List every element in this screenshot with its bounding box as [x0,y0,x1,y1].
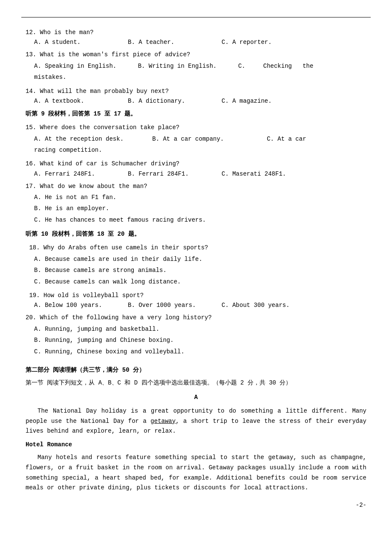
checking-word: Checking [263,63,292,69]
q14-text: 14. What will the man probably buy next? [26,87,366,96]
q20-option-a: A. Running, jumping and basketball. [34,324,366,334]
question-15: 15. Where does the conversation take pla… [26,123,366,155]
passage-a-label: A [26,392,366,403]
q15-option-c-cont: racing competition. [34,145,366,155]
q19-option-c: C. About 300 years. [222,302,366,309]
q16-options: A. Ferrari 248F1. B. Ferrari 284F1. C. M… [34,171,366,177]
q13-option-c-cont: mistakes. [34,72,366,82]
q15-option-a: A. At the reception desk. [34,136,124,142]
question-20: 20. Which of the following have a very l… [26,313,366,356]
question-16: 16. What kind of car is Schumacher drivi… [26,159,366,177]
q14-option-b: B. A dictionary. [128,98,222,104]
question-12: 12. Who is the man? A. A student. B. A t… [26,28,366,46]
q15-text: 15. Where does the conversation take pla… [26,123,366,132]
q12-options: A. A student. B. A teacher. C. A reporte… [34,39,366,46]
q18-option-b: B. Because camels are strong animals. [34,266,366,275]
q15-option-c-start: C. At a car [267,136,306,142]
q16-option-a: A. Ferrari 248F1. [34,171,128,177]
q12-option-b: B. A teacher. [128,39,222,46]
q17-text: 17. What do we know about the man? [26,182,366,191]
q16-option-b: B. Ferrari 284F1. [128,171,222,177]
q12-number: 12. [26,29,40,36]
question-13: 13. What is the woman's first piece of a… [26,50,366,82]
q12-option-a: A. A student. [34,39,128,46]
question-19: 19. How old is volleyball sport? A. Belo… [26,291,366,309]
q16-option-c: C. Maserati 248F1. [222,171,366,177]
q20-option-c: C. Running, Chinese boxing and volleybal… [34,347,366,356]
page-number: -2- [26,502,366,509]
q13-option-a: A. Speaking in English. [34,63,116,69]
q18-option-c: C. Because camels can walk long distance… [34,277,366,286]
part2-sub: 第一节 阅读下列短文，从 A、B、C 和 D 四个选项中选出最佳选项。（每小题 … [26,378,366,387]
q18-text: 18. Why do Arabs often use camels in the… [26,243,366,252]
q12-option-c: C. A reporter. [222,39,366,46]
q13-options: A. Speaking in English. B. Writing in En… [26,61,366,71]
question-14: 14. What will the man probably buy next?… [26,87,366,104]
q14-options: A. A textbook. B. A dictionary. C. A mag… [34,98,366,104]
q13-option-c-label: C. Checking the [238,63,313,69]
section9-header: 听第 9 段材料，回答第 15 至 17 题。 [26,109,366,119]
question-18: 18. Why do Arabs often use camels in the… [26,243,366,286]
q19-text: 19. How old is volleyball sport? [26,291,366,300]
q13-option-b: B. Writing in English. [138,63,217,69]
q15-options: A. At the reception desk. B. At a car co… [34,134,366,144]
q13-text: 13. What is the woman's first piece of a… [26,50,366,59]
question-17: 17. What do we know about the man? A. He… [26,182,366,225]
q16-text: 16. What kind of car is Schumacher drivi… [26,159,366,168]
q17-option-b: B. He is an employer. [34,204,366,213]
q14-option-a: A. A textbook. [34,98,128,104]
q14-option-c: C. A magazine. [222,98,366,104]
part2-header: 第二部分 阅读理解（共三节，满分 50 分） [26,365,366,376]
q19-option-b: B. Over 1000 years. [128,302,222,309]
q17-option-a: A. He is not an F1 fan. [34,193,366,202]
section10-header: 听第 10 段材料，回答第 18 至 20 题。 [26,229,366,240]
passage-subheading: Hotel Romance [26,440,366,450]
q19-options: A. Below 100 years. B. Over 1000 years. … [34,302,366,309]
q15-option-b: B. At a car company. [152,136,224,142]
q17-option-c: C. He has chances to meet famous racing … [34,215,366,225]
top-divider [21,17,371,17]
getaway-word: getaway [150,418,176,425]
q12-text: 12. Who is the man? [26,28,366,37]
q19-option-a: A. Below 100 years. [34,302,128,309]
q20-option-b: B. Running, jumping and Chinese boxing. [34,335,366,345]
q18-option-a: A. Because camels are used in their dail… [34,254,366,264]
passage-para2: Many hotels and resorts feature somethin… [26,453,366,493]
passage-para1: The National Day holiday is a great oppo… [26,406,366,436]
q20-text: 20. Which of the following have a very l… [26,313,366,322]
